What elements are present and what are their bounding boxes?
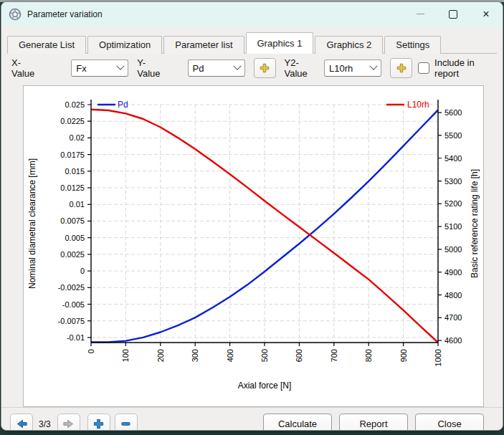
svg-text:5100: 5100 [444, 222, 462, 231]
svg-text:5600: 5600 [444, 108, 462, 117]
arrow-left-icon [15, 418, 29, 430]
window-controls: × [404, 2, 503, 26]
include-in-report-label: Include in report [434, 57, 493, 79]
svg-text:900: 900 [399, 349, 408, 362]
close-button[interactable]: × [470, 2, 503, 26]
tab-settings[interactable]: Settings [384, 36, 441, 54]
y-value-label: Y-Value [137, 57, 164, 79]
y-value-selected: Pd [193, 63, 234, 74]
svg-text:300: 300 [191, 349, 199, 362]
y2-value-select[interactable]: L10rh [324, 59, 381, 77]
minimize-icon [417, 14, 424, 14]
dual-axis-line-chart: 0.0250.02250.020.01750.0150.01250.010.00… [24, 86, 483, 406]
window-title: Parameter variation [27, 9, 103, 19]
x-value-select[interactable]: Fx [71, 59, 128, 77]
svg-text:5400: 5400 [444, 154, 462, 163]
y-value-select[interactable]: Pd [188, 59, 245, 77]
svg-text:5000: 5000 [444, 245, 462, 254]
svg-text:0.025: 0.025 [65, 100, 85, 109]
svg-text:500: 500 [260, 349, 269, 362]
svg-text:-0.005: -0.005 [62, 300, 85, 309]
close-dialog-button[interactable]: Close [415, 414, 484, 431]
title-bar: Parameter variation × [1, 2, 503, 26]
svg-text:1000: 1000 [434, 349, 442, 366]
svg-text:0.01: 0.01 [70, 200, 85, 209]
y2-value-label: Y2-Value [285, 57, 318, 79]
svg-text:0: 0 [87, 349, 95, 353]
svg-text:5300: 5300 [444, 177, 462, 186]
add-y-curve-button[interactable] [254, 58, 276, 78]
tab-parameter-list[interactable]: Parameter list [163, 36, 244, 54]
maximize-button[interactable] [437, 2, 470, 26]
tab-generate-list[interactable]: Generate List [7, 36, 86, 54]
page-indicator: 3/3 [39, 419, 51, 429]
svg-text:L10rh: L10rh [407, 100, 429, 110]
svg-text:5200: 5200 [444, 199, 462, 208]
chevron-down-icon [369, 62, 377, 70]
svg-text:0.0125: 0.0125 [60, 183, 85, 192]
plus-icon [259, 62, 270, 74]
bearing-icon [9, 8, 22, 21]
chart-toolbar: X-Value Fx Y-Value Pd Y2-Value L10rh [1, 54, 503, 82]
report-button[interactable]: Report [339, 414, 408, 431]
remove-chart-button[interactable] [115, 414, 138, 431]
plus-icon [92, 418, 105, 430]
maximize-icon [449, 10, 457, 19]
svg-text:4900: 4900 [444, 268, 462, 277]
svg-text:0.015: 0.015 [65, 167, 85, 176]
x-value-selected: Fx [76, 63, 118, 74]
add-chart-button[interactable] [87, 414, 110, 431]
svg-text:Axial force [N]: Axial force [N] [238, 381, 292, 391]
svg-text:400: 400 [226, 349, 234, 362]
svg-text:4600: 4600 [444, 336, 462, 345]
svg-text:800: 800 [364, 349, 373, 362]
svg-text:4700: 4700 [444, 313, 462, 322]
calculate-button[interactable]: Calculate [263, 414, 332, 431]
chevron-down-icon [117, 62, 125, 70]
svg-text:-0.0025: -0.0025 [58, 283, 85, 292]
svg-text:200: 200 [156, 349, 165, 362]
parameter-variation-dialog: Parameter variation × Generate List Opti… [1, 1, 503, 431]
tab-bar: Generate List Optimization Parameter lis… [7, 32, 497, 54]
svg-text:-0.01: -0.01 [67, 333, 85, 342]
svg-text:0.0225: 0.0225 [60, 117, 85, 125]
svg-text:5500: 5500 [444, 131, 462, 140]
include-in-report-checkbox[interactable] [418, 62, 429, 74]
svg-text:600: 600 [295, 349, 303, 362]
tab-graphics-2[interactable]: Graphics 2 [315, 36, 383, 54]
y2-value-selected: L10rh [329, 63, 371, 74]
svg-text:-0.0075: -0.0075 [58, 317, 85, 325]
chevron-down-icon [233, 62, 241, 70]
svg-text:0: 0 [80, 267, 85, 275]
x-value-label: X-Value [11, 57, 39, 79]
tab-optimization[interactable]: Optimization [87, 36, 162, 54]
minimize-button[interactable] [404, 2, 437, 26]
svg-text:0.02: 0.02 [70, 133, 85, 142]
plus-icon [396, 62, 407, 74]
svg-text:Pd: Pd [118, 100, 128, 110]
close-icon: × [482, 9, 489, 20]
chart-panel: 0.0250.02250.020.01750.0150.01250.010.00… [23, 85, 484, 407]
svg-text:0.005: 0.005 [65, 234, 85, 242]
minus-icon [120, 418, 132, 430]
svg-text:Nominal diametral clearance [m: Nominal diametral clearance [mm] [27, 158, 37, 289]
svg-text:0.0025: 0.0025 [60, 250, 85, 259]
add-y2-curve-button[interactable] [390, 58, 412, 78]
svg-text:0.0075: 0.0075 [60, 216, 85, 225]
screen: Parameter variation × Generate List Opti… [0, 0, 504, 435]
svg-text:Basic reference rating life [h: Basic reference rating life [h] [470, 169, 480, 278]
svg-text:700: 700 [330, 349, 338, 362]
footer-bar: 3/3 Calculate Report Close [1, 407, 503, 431]
svg-text:4800: 4800 [444, 291, 462, 300]
svg-text:100: 100 [121, 349, 130, 362]
previous-chart-button[interactable] [10, 414, 33, 431]
svg-text:0.0175: 0.0175 [60, 150, 85, 159]
arrow-right-icon [62, 418, 75, 430]
next-chart-button[interactable] [57, 414, 80, 431]
tab-graphics-1[interactable]: Graphics 1 [246, 32, 314, 54]
